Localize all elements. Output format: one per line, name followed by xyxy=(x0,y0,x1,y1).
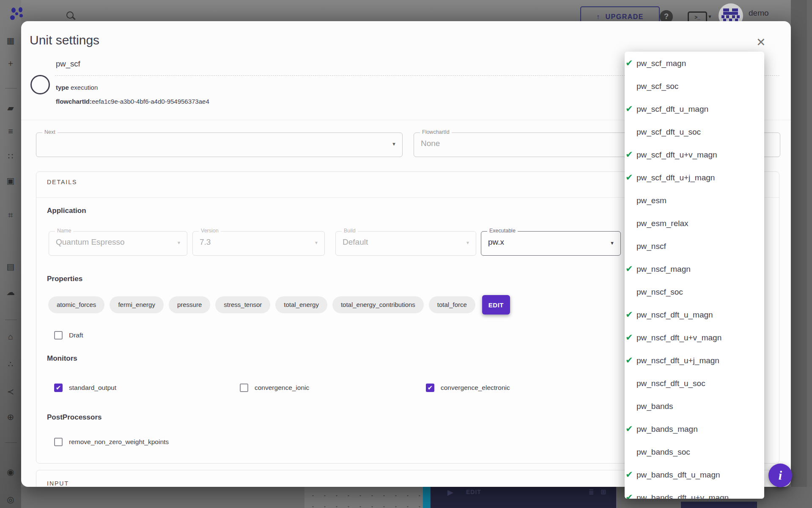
sidebar-list-icon[interactable]: ≡ xyxy=(0,127,21,135)
chevron-down-icon[interactable]: ▼ xyxy=(392,141,396,146)
dropdown-item-pw_bands_dft_u+v_magn[interactable]: ✔pw_bands_dft_u+v_magn xyxy=(625,486,764,499)
dropdown-item-pw_nscf[interactable]: pw_nscf xyxy=(625,235,764,258)
dropdown-item-pw_bands_dft_u_magn[interactable]: ✔pw_bands_dft_u_magn xyxy=(625,464,764,486)
sidebar-flowchart-icon[interactable]: ⌗ xyxy=(0,211,21,219)
check-icon: ✔ xyxy=(625,469,633,480)
sidebar-divider xyxy=(5,442,17,443)
unit-type-row: type execution xyxy=(56,84,98,91)
remove_non_zero_weight_kpoints-checkbox[interactable] xyxy=(54,438,63,446)
standard_output-checkbox[interactable]: ✔ xyxy=(54,384,63,392)
check-icon: ✔ xyxy=(625,172,633,182)
sidebar-globe-icon[interactable]: ⊕ xyxy=(0,413,21,421)
dropdown-item-pw_bands_soc[interactable]: pw_bands_soc xyxy=(625,441,764,464)
chevron-down-icon: ▼ xyxy=(314,240,318,245)
dropdown-item-pw_scf_dft_u_magn[interactable]: ✔pw_scf_dft_u_magn xyxy=(625,98,764,121)
next-select[interactable]: Next ▼ xyxy=(36,133,403,157)
screen: ▦＋▰≡∷▣⌗▤☁⌂∴≺⊕◉◎ ↑ UPGRADE ? >_ ▼ demo ▶ … xyxy=(0,0,812,508)
version-select: Version7.3▼ xyxy=(192,231,325,256)
dropdown-item-label: pw_nscf xyxy=(636,242,666,251)
info-button[interactable]: i xyxy=(768,464,792,487)
field-label: Executable xyxy=(487,228,518,234)
dropdown-item-label: pw_nscf_magn xyxy=(636,265,691,274)
details-heading: DETAILS xyxy=(47,179,77,185)
background-bottom xyxy=(21,487,304,508)
sidebar-divider xyxy=(5,88,17,88)
dropdown-item-pw_esm[interactable]: pw_esm xyxy=(625,189,764,212)
dropdown-item-pw_bands[interactable]: pw_bands xyxy=(625,395,764,418)
dropdown-item-pw_nscf_dft_u_soc[interactable]: pw_nscf_dft_u_soc xyxy=(625,372,764,395)
dropdown-item-pw_bands_magn[interactable]: ✔pw_bands_magn xyxy=(625,418,764,441)
sidebar-share-icon[interactable]: ≺ xyxy=(0,387,21,396)
draft-checkbox-row[interactable]: Draft xyxy=(54,331,83,340)
build-select: BuildDefault▼ xyxy=(335,231,476,256)
dropdown-item-pw_nscf_dft_u_magn[interactable]: ✔pw_nscf_dft_u_magn xyxy=(625,304,764,326)
dropdown-item-pw_nscf_dft_u+v_magn[interactable]: ✔pw_nscf_dft_u+v_magn xyxy=(625,326,764,349)
dropdown-item-label: pw_esm_relax xyxy=(636,219,689,228)
properties-chips-row: atomic_forcesfermi_energypressurestress_… xyxy=(48,295,510,315)
property-chip[interactable]: fermi_energy xyxy=(110,296,164,313)
draft-checkbox[interactable] xyxy=(54,331,63,340)
property-chip[interactable]: pressure xyxy=(169,296,210,313)
convergence_ionic-checkbox-row[interactable]: convergence_ionic xyxy=(240,384,309,392)
convergence_electronic-checkbox-row[interactable]: ✔convergence_electronic xyxy=(426,384,510,392)
dropdown-item-pw_esm_relax[interactable]: pw_esm_relax xyxy=(625,212,764,235)
field-value: 7.3 xyxy=(200,237,211,247)
dropdown-item-pw_scf_dft_u+v_magn[interactable]: ✔pw_scf_dft_u+v_magn xyxy=(625,144,764,166)
unit-status-circle[interactable] xyxy=(30,75,50,94)
checkbox-label: remove_non_zero_weight_kpoints xyxy=(69,438,169,446)
property-chip[interactable]: total_energy_contributions xyxy=(332,296,424,313)
dropdown-item-label: pw_nscf_dft_u_soc xyxy=(636,379,705,388)
property-chip[interactable]: atomic_forces xyxy=(48,296,104,313)
sidebar-dashboard-icon[interactable]: ▦ xyxy=(0,36,21,45)
chevron-down-icon: ▼ xyxy=(177,240,181,245)
dropdown-item-pw_scf_soc[interactable]: pw_scf_soc xyxy=(625,75,764,98)
sidebar-team-icon[interactable]: ∴ xyxy=(0,360,21,368)
close-icon[interactable]: ✕ xyxy=(756,36,766,49)
username-label[interactable]: demo xyxy=(749,8,769,18)
play-icon: ▶ xyxy=(447,488,453,497)
property-chip[interactable]: total_energy xyxy=(275,296,327,313)
sidebar-media-icon[interactable]: ▤ xyxy=(0,262,21,271)
sidebar-ball-icon[interactable]: ◉ xyxy=(0,468,21,476)
dropdown-item-pw_scf_magn[interactable]: ✔pw_scf_magn xyxy=(625,52,764,75)
dropdown-item-pw_scf_dft_u_soc[interactable]: pw_scf_dft_u_soc xyxy=(625,121,764,144)
dropdown-item-label: pw_esm xyxy=(636,196,667,205)
check-icon: ✔ xyxy=(625,264,633,274)
edit-properties-button[interactable]: EDIT xyxy=(482,295,510,315)
dropdown-item-pw_nscf_dft_u+j_magn[interactable]: ✔pw_nscf_dft_u+j_magn xyxy=(625,349,764,372)
dropdown-item-pw_nscf_soc[interactable]: pw_nscf_soc xyxy=(625,281,764,304)
flowchartid-input-label: FlowchartId xyxy=(420,129,452,135)
sidebar-card-icon[interactable]: ▣ xyxy=(0,177,21,185)
sidebar-folder-icon[interactable]: ▰ xyxy=(0,104,21,112)
sidebar-bank-icon[interactable]: ⌂ xyxy=(0,332,21,341)
convergence_electronic-checkbox[interactable]: ✔ xyxy=(426,384,434,392)
checkbox-label: standard_output xyxy=(69,384,116,392)
dropdown-item-label: pw_scf_dft_u+v_magn xyxy=(636,150,717,160)
mat3ra-logo-icon[interactable] xyxy=(10,7,25,21)
property-chip[interactable]: total_force xyxy=(429,296,475,313)
sidebar-create-icon[interactable]: ＋ xyxy=(0,59,21,67)
dropdown-item-label: pw_bands_soc xyxy=(636,447,690,457)
type-label: type xyxy=(56,84,69,91)
search-icon[interactable] xyxy=(66,11,77,22)
checkbox-label: convergence_electronic xyxy=(441,384,510,392)
check-icon: ✔ xyxy=(625,492,633,499)
standard_output-checkbox-row[interactable]: ✔standard_output xyxy=(54,384,116,392)
dropdown-item-label: pw_bands_magn xyxy=(636,425,698,434)
chevron-down-icon: ▼ xyxy=(466,240,470,245)
dropdown-item-pw_nscf_magn[interactable]: ✔pw_nscf_magn xyxy=(625,258,764,281)
sidebar-circle-icon[interactable]: ◎ xyxy=(0,495,21,504)
remove_non_zero_weight_kpoints-checkbox-row[interactable]: remove_non_zero_weight_kpoints xyxy=(54,438,169,446)
dropdown-item-pw_scf_dft_u+j_magn[interactable]: ✔pw_scf_dft_u+j_magn xyxy=(625,166,764,189)
property-chip[interactable]: stress_tensor xyxy=(215,296,270,313)
convergence_ionic-checkbox[interactable] xyxy=(240,384,248,392)
dropdown-item-label: pw_nscf_dft_u+j_magn xyxy=(636,356,719,365)
sidebar-dots-grid-icon[interactable]: ∷ xyxy=(0,152,21,160)
unit-name[interactable]: pw_scf xyxy=(56,59,80,69)
executable-select[interactable]: Executablepw.x▼ xyxy=(481,231,621,256)
executable-dropdown-menu: ✔pw_scf_magnpw_scf_soc✔pw_scf_dft_u_magn… xyxy=(625,52,764,499)
monitors-heading: Monitors xyxy=(47,354,77,363)
dropdown-item-label: pw_nscf_dft_u+v_magn xyxy=(636,333,721,342)
sidebar-cloud-icon[interactable]: ☁ xyxy=(0,288,21,296)
console-caret-icon[interactable]: ▼ xyxy=(708,14,712,19)
